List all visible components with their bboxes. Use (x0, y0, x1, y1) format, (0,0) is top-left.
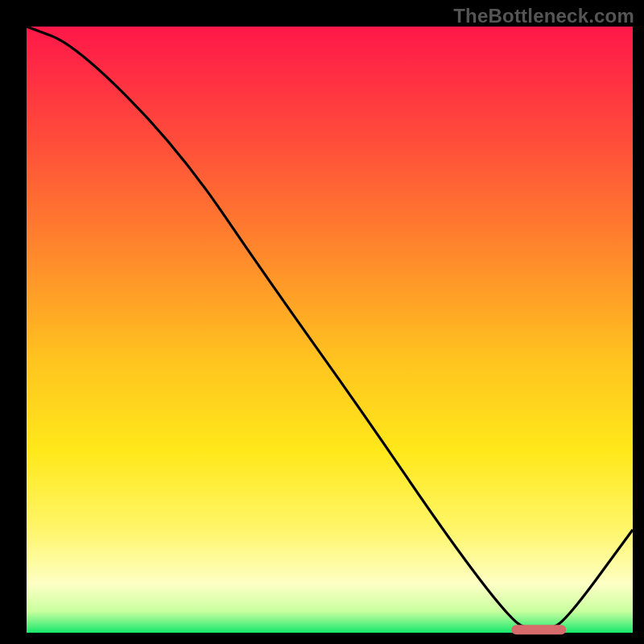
plot-background (27, 27, 633, 633)
watermark-text: TheBottleneck.com (453, 5, 634, 27)
chart-frame: TheBottleneck.com (0, 0, 644, 644)
bottleneck-chart (0, 0, 644, 644)
optimal-marker (511, 625, 566, 634)
